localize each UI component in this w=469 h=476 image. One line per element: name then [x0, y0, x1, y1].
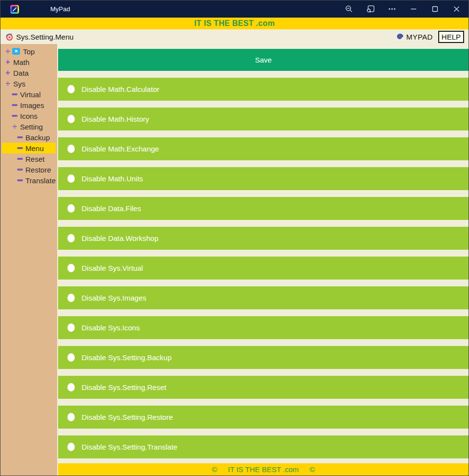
- tree-expand-icon[interactable]: —: [16, 133, 24, 142]
- more-icon[interactable]: [388, 5, 396, 13]
- page-title: Sys.Setting.Menu: [16, 33, 74, 41]
- sidebar-item[interactable]: — Reset: [2, 153, 56, 164]
- sidebar-item-label: Reset: [25, 155, 44, 163]
- tree-expand-icon[interactable]: ÷: [4, 47, 12, 56]
- tree-expand-icon[interactable]: —: [16, 176, 24, 185]
- radio-icon[interactable]: [67, 145, 75, 153]
- toggle-label: Disable Sys.Setting.Backup: [82, 353, 171, 362]
- page-header: Sys.Setting.Menu MYPAD HELP: [0, 29, 469, 44]
- radio-icon[interactable]: [67, 85, 75, 93]
- tree-expand-icon[interactable]: +: [4, 58, 12, 66]
- toggle-label: Disable Math.Units: [82, 174, 143, 183]
- tree-expand-icon[interactable]: —: [16, 154, 24, 163]
- toggle-row[interactable]: Disable Math.Units: [58, 167, 469, 190]
- tree-expand-icon[interactable]: —: [16, 144, 24, 152]
- sidebar-item-label: Translate: [25, 176, 56, 185]
- tree-expand-icon[interactable]: +: [4, 68, 12, 77]
- titlebar: MyPad: [0, 0, 469, 18]
- search-in-window-icon[interactable]: [366, 5, 375, 13]
- toggle-list: Disable Math.Calculator Disable Math.His…: [58, 78, 469, 458]
- toggle-row[interactable]: Disable Sys.Images: [58, 286, 469, 309]
- app-window: MyPad IT IS THE BEST .com: [0, 0, 469, 476]
- footer-text: IT IS THE BEST .com: [228, 465, 298, 474]
- radio-icon[interactable]: [67, 264, 75, 272]
- sidebar-item-label: Sys: [13, 80, 25, 88]
- toggle-row[interactable]: Disable Sys.Setting.Backup: [58, 346, 469, 369]
- radio-icon[interactable]: [67, 383, 75, 391]
- close-icon[interactable]: [452, 5, 461, 13]
- tree-expand-icon[interactable]: —: [11, 111, 19, 120]
- save-button[interactable]: Save: [58, 49, 469, 71]
- minimize-icon[interactable]: [409, 5, 418, 13]
- radio-icon[interactable]: [67, 413, 75, 421]
- tree-expand-icon[interactable]: —: [16, 165, 24, 174]
- sidebar-item[interactable]: — Backup: [2, 132, 56, 143]
- tree-expand-icon[interactable]: —: [11, 101, 19, 109]
- maximize-icon[interactable]: [431, 5, 439, 13]
- tree-expand-icon[interactable]: ÷: [4, 79, 12, 88]
- toggle-row[interactable]: Disable Sys.Virtual: [58, 257, 469, 280]
- tree-expand-icon[interactable]: —: [11, 90, 19, 99]
- tree-expand-icon[interactable]: ÷: [11, 122, 19, 131]
- sidebar-item-label: Menu: [25, 144, 44, 152]
- radio-icon[interactable]: [67, 234, 75, 242]
- toggle-row[interactable]: Disable Data.Workshop: [58, 227, 469, 250]
- header-right: MYPAD HELP: [396, 31, 464, 43]
- radio-icon[interactable]: [67, 115, 75, 123]
- radio-icon[interactable]: [67, 324, 75, 332]
- toggle-row[interactable]: Disable Sys.Setting.Translate: [58, 435, 469, 458]
- zoom-out-icon[interactable]: [345, 5, 353, 13]
- radio-icon[interactable]: [67, 174, 75, 183]
- body: ÷ Top + Math + Data ÷: [0, 44, 469, 476]
- window-title: MyPad: [50, 5, 70, 13]
- top-banner: IT IS THE BEST .com: [0, 18, 469, 29]
- toggle-label: Disable Data.Workshop: [82, 234, 158, 242]
- sidebar-item-label: Restore: [25, 166, 51, 174]
- spiral-icon: [396, 33, 405, 41]
- sidebar-item[interactable]: ÷ Setting: [2, 121, 56, 132]
- toggle-row[interactable]: Disable Sys.Setting.Restore: [58, 406, 469, 429]
- sidebar-item[interactable]: — Menu: [2, 143, 56, 153]
- radio-icon[interactable]: [67, 443, 75, 451]
- toggle-label: Disable Sys.Icons: [82, 324, 140, 332]
- toggle-row[interactable]: Disable Math.Calculator: [58, 78, 469, 101]
- window-controls: [345, 5, 469, 13]
- radio-icon[interactable]: [67, 204, 75, 213]
- sidebar-item[interactable]: — Images: [2, 100, 56, 110]
- toggle-label: Disable Math.Calculator: [82, 85, 159, 93]
- toggle-label: Disable Sys.Virtual: [82, 264, 143, 272]
- toggle-row[interactable]: Disable Math.Exchange: [58, 137, 469, 160]
- sidebar-item-label: Virtual: [20, 90, 41, 99]
- toggle-row[interactable]: Disable Sys.Icons: [58, 316, 469, 339]
- footer-copyright-left: ©: [212, 465, 217, 474]
- sidebar-item[interactable]: + Data: [2, 67, 56, 78]
- toggle-label: Disable Math.Exchange: [82, 145, 159, 153]
- sidebar-item[interactable]: — Icons: [2, 110, 56, 121]
- sidebar-item[interactable]: — Virtual: [2, 89, 56, 100]
- toggle-label: Disable Sys.Setting.Translate: [82, 443, 177, 451]
- sidebar-item-label: Icons: [20, 112, 38, 120]
- sidebar-item-label: Backup: [25, 133, 50, 142]
- radio-icon[interactable]: [67, 353, 75, 362]
- sidebar-item[interactable]: ÷ Sys: [2, 78, 56, 89]
- radio-icon[interactable]: [67, 294, 75, 302]
- sidebar-item[interactable]: — Restore: [2, 164, 56, 175]
- toggle-label: Disable Sys.Setting.Reset: [82, 383, 166, 391]
- header-left: Sys.Setting.Menu: [5, 32, 74, 41]
- sidebar-item-label: Images: [20, 101, 44, 109]
- toggle-label: Disable Sys.Images: [82, 294, 147, 302]
- app-logo-icon: [10, 5, 19, 14]
- toggle-label: Disable Data.Files: [82, 204, 141, 213]
- toggle-row[interactable]: Disable Math.History: [58, 108, 469, 130]
- footer: © IT IS THE BEST .com ©: [58, 463, 469, 476]
- brand-label: MYPAD: [406, 33, 433, 41]
- toggle-row[interactable]: Disable Data.Files: [58, 197, 469, 220]
- sidebar-item[interactable]: ÷ Top: [2, 46, 56, 57]
- banner-text: IT IS THE BEST .com: [194, 19, 275, 28]
- sidebar-item[interactable]: — Translate: [2, 175, 56, 186]
- sidebar: ÷ Top + Math + Data ÷: [0, 44, 57, 476]
- help-button[interactable]: HELP: [438, 31, 464, 43]
- sidebar-item[interactable]: + Math: [2, 57, 56, 67]
- sidebar-item-label: Math: [13, 58, 29, 66]
- toggle-row[interactable]: Disable Sys.Setting.Reset: [58, 376, 469, 399]
